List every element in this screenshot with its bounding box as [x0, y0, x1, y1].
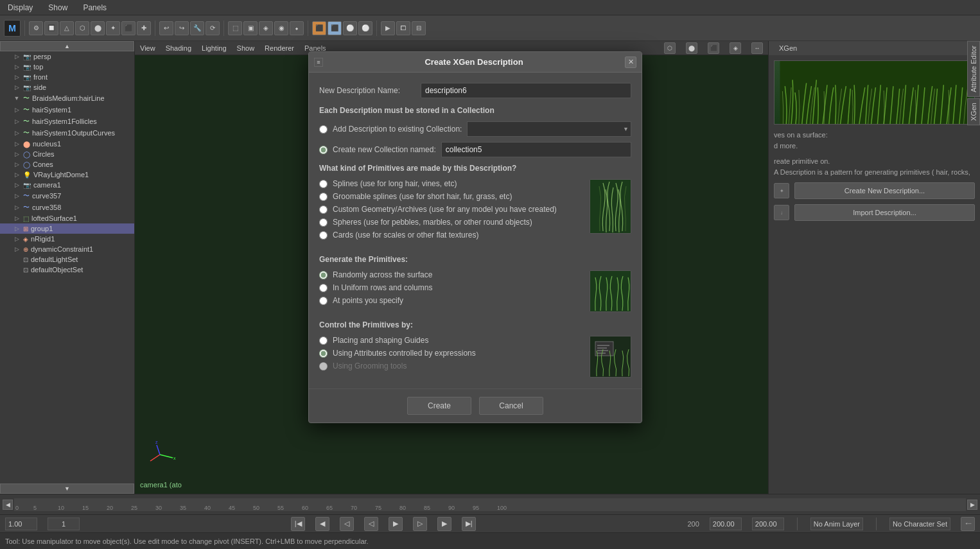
- randomly-radio[interactable]: [319, 271, 328, 279]
- toolbar-icon-19[interactable]: ⬛: [328, 21, 342, 35]
- toolbar-icon-1[interactable]: ⚙: [29, 21, 43, 35]
- playback-end[interactable]: ▶|: [462, 517, 476, 531]
- toolbar-icon-15[interactable]: ◈: [259, 21, 273, 35]
- toolbar-icon-8[interactable]: ✚: [137, 21, 151, 35]
- anim-layer-display[interactable]: No Anim Layer: [810, 518, 863, 530]
- left-panel-scroll-down[interactable]: ▼: [0, 484, 134, 494]
- toolbar-icon-18[interactable]: ⬛: [312, 21, 326, 35]
- tree-item-follicles[interactable]: ▷ 〜 hairSystem1Follicles: [0, 116, 134, 127]
- toolbar-icon-13[interactable]: ⬚: [228, 21, 242, 35]
- toolbar-icon-17[interactable]: ⬥: [290, 21, 304, 35]
- create-button[interactable]: Create: [407, 397, 471, 415]
- tree-item-nrigid[interactable]: ▷ ◈ nRigid1: [0, 234, 134, 244]
- timeline-scroll-right[interactable]: ▶: [967, 500, 977, 510]
- toolbar-icon-11[interactable]: 🔧: [190, 21, 204, 35]
- tree-item-braids[interactable]: ▼ 〜 BraidsMedium:hairLine: [0, 92, 134, 104]
- attribute-editor-tab[interactable]: Attribute Editor: [967, 41, 980, 97]
- viewport-icon-1[interactable]: ⬡: [664, 42, 676, 54]
- toolbar-icon-16[interactable]: ◉: [274, 21, 288, 35]
- tree-item-persp[interactable]: ▷ 📷 persp: [0, 51, 134, 62]
- create-new-radio[interactable]: [319, 146, 328, 154]
- xgen-tab[interactable]: XGen: [967, 98, 980, 125]
- playback-prev[interactable]: ◀: [315, 517, 329, 531]
- dialog-system-btn[interactable]: ≡: [314, 58, 323, 67]
- tree-item-curve357[interactable]: ▷ 〜 curve357: [0, 190, 134, 202]
- add-existing-radio[interactable]: [319, 125, 328, 134]
- guides-radio[interactable]: [319, 336, 328, 345]
- timeline-ruler[interactable]: 0 5 10 15 20 25 30 35 40 45 50 55 60 65 …: [14, 498, 966, 511]
- toolbar-icon-4[interactable]: ⬡: [75, 21, 89, 35]
- playback-next-frame[interactable]: ▷: [413, 517, 427, 531]
- create-new-description-button[interactable]: Create New Description...: [794, 182, 975, 199]
- tree-item-curve358[interactable]: ▷ 〜 curve358: [0, 202, 134, 213]
- tree-item-circles[interactable]: ▷ ◯ Circles: [0, 149, 134, 159]
- splines-radio[interactable]: [319, 180, 328, 188]
- toolbar-icon-10[interactable]: ↪: [175, 21, 189, 35]
- tree-item-top[interactable]: ▷ 📷 top: [0, 62, 134, 72]
- char-set-display[interactable]: No Character Set: [889, 518, 950, 530]
- tree-item-lightset[interactable]: ⊡ defaultLightSet: [0, 254, 134, 265]
- viewport-icon-2[interactable]: ⬤: [686, 42, 697, 54]
- tree-item-objset[interactable]: ⊡ defaultObjectSet: [0, 265, 134, 275]
- toolbar-icon-5[interactable]: ⬤: [91, 21, 105, 35]
- import-description-button[interactable]: Import Description...: [794, 204, 975, 221]
- playback-start[interactable]: |◀: [291, 517, 305, 531]
- toolbar-icon-24[interactable]: ⊟: [412, 21, 426, 35]
- tree-item-dynamic[interactable]: ▷ ⊕ dynamicConstraint1: [0, 244, 134, 254]
- toolbar-icon-6[interactable]: ✦: [106, 21, 120, 35]
- tree-item-lofted[interactable]: ▷ ⬚ loftedSurface1: [0, 213, 134, 223]
- spheres-radio[interactable]: [319, 218, 328, 227]
- uniform-radio[interactable]: [319, 284, 328, 292]
- menu-display[interactable]: Display: [5, 2, 35, 13]
- description-name-input[interactable]: [421, 83, 631, 98]
- tree-item-output[interactable]: ▷ 〜 hairSystem1OutputCurves: [0, 127, 134, 139]
- playback-play[interactable]: ◁: [364, 517, 378, 531]
- tree-item-nucleus[interactable]: ▷ ⬤ nucleus1: [0, 139, 134, 149]
- toolbar-icon-12[interactable]: ⟳: [206, 21, 220, 35]
- custom-radio[interactable]: [319, 205, 328, 214]
- playback-next[interactable]: ▶: [437, 517, 451, 531]
- toolbar-icon-14[interactable]: ▣: [243, 21, 258, 35]
- tree-item-vray[interactable]: ▷ 💡 VRayLightDome1: [0, 170, 134, 180]
- tree-item-front[interactable]: ▷ 📷 front: [0, 72, 134, 82]
- toolbar-icon-22[interactable]: ▶: [381, 21, 395, 35]
- toolbar-icon-9[interactable]: ↩: [159, 21, 173, 35]
- viewport-icon-4[interactable]: ◈: [730, 42, 741, 54]
- toolbar-icon-21[interactable]: ⚪: [358, 21, 372, 35]
- timeline-scroll-left[interactable]: ◀: [3, 500, 13, 510]
- viewport-menu-panels[interactable]: Panels: [304, 44, 326, 52]
- viewport-menu-lighting[interactable]: Lighting: [202, 44, 227, 52]
- frame-input[interactable]: [48, 518, 80, 530]
- char-set-arrow[interactable]: ⬳: [961, 517, 975, 531]
- dialog-close-button[interactable]: ✕: [625, 57, 636, 68]
- groomable-radio[interactable]: [319, 193, 328, 201]
- toolbar-icon-3[interactable]: △: [60, 21, 74, 35]
- tree-item-side[interactable]: ▷ 📷 side: [0, 82, 134, 92]
- playback-prev-frame[interactable]: ◁: [340, 517, 354, 531]
- toolbar-icon-2[interactable]: 🔲: [44, 21, 58, 35]
- toolbar-icon-7[interactable]: ⬛: [121, 21, 136, 35]
- existing-collection-select[interactable]: [467, 121, 631, 137]
- toolbar-icon-20[interactable]: ⚪: [343, 21, 357, 35]
- menu-show[interactable]: Show: [46, 2, 70, 13]
- tree-item-camera1[interactable]: ▷ 📷 camera1: [0, 180, 134, 190]
- viewport-menu-show[interactable]: Show: [237, 44, 255, 52]
- viewport-menu-view[interactable]: View: [140, 44, 155, 52]
- tree-item-hairsys[interactable]: ▷ 〜 hairSystem1: [0, 104, 134, 116]
- new-collection-name-input[interactable]: [441, 142, 631, 157]
- cards-radio[interactable]: [319, 231, 328, 240]
- tree-item-group1[interactable]: ▷ ⊞ group1: [0, 223, 134, 234]
- attributes-radio[interactable]: [319, 349, 328, 358]
- playback-stop[interactable]: ▶: [389, 517, 403, 531]
- menu-panels[interactable]: Panels: [80, 2, 109, 13]
- cancel-button[interactable]: Cancel: [479, 397, 543, 415]
- viewport-icon-3[interactable]: ⬛: [708, 42, 719, 54]
- viewport-menu-shading[interactable]: Shading: [166, 44, 191, 52]
- viewport-icon-5[interactable]: ↔: [751, 42, 763, 54]
- tree-item-cones[interactable]: ▷ ◯ Cones: [0, 159, 134, 170]
- viewport-menu-renderer[interactable]: Renderer: [265, 44, 294, 52]
- grooming-radio[interactable]: [319, 362, 328, 370]
- left-panel-scroll-up[interactable]: ▲: [0, 41, 134, 51]
- points-radio[interactable]: [319, 297, 328, 305]
- toolbar-icon-23[interactable]: ⧠: [396, 21, 410, 35]
